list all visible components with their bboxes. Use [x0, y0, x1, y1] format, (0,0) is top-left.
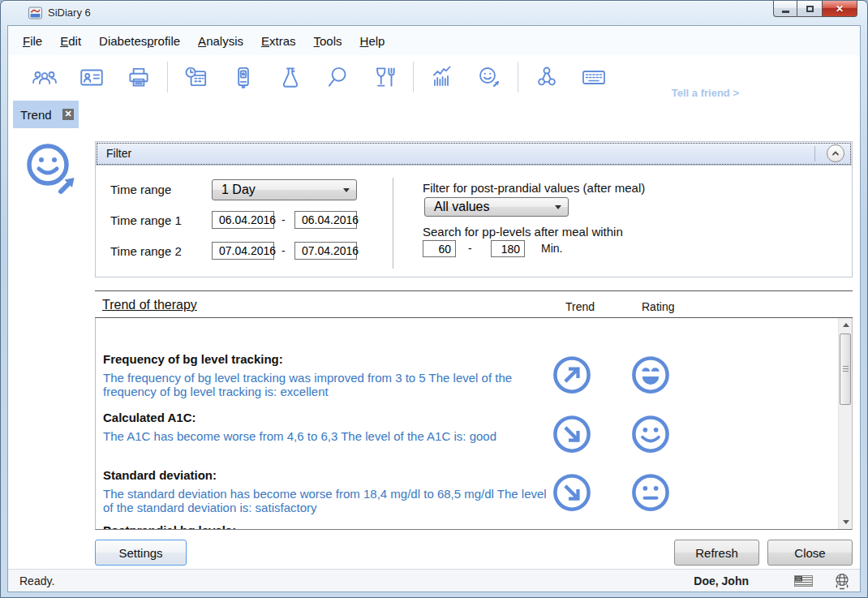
- keyboard-icon[interactable]: [580, 63, 608, 91]
- printer-icon[interactable]: [125, 63, 153, 91]
- entry-description: The standard deviation has become worse …: [103, 487, 548, 514]
- pp-filter-select[interactable]: All values: [424, 197, 569, 217]
- rating-smiley-icon: [630, 414, 671, 454]
- vertical-scrollbar[interactable]: [838, 318, 852, 529]
- toolbar-separator: [167, 62, 168, 92]
- dropdown-arrow-icon: [555, 205, 561, 209]
- nutrition-icon[interactable]: [371, 63, 398, 91]
- trend-header: Trend of therapy Trend Rating: [95, 290, 853, 318]
- tab-close-icon[interactable]: ✕: [62, 109, 74, 120]
- entry-title: Postprandial bg levels:: [103, 523, 557, 530]
- share-icon[interactable]: [533, 63, 561, 91]
- range-dash: -: [281, 244, 286, 257]
- menu-item-edit[interactable]: Edit: [53, 31, 88, 51]
- lab-flask-icon[interactable]: [277, 63, 304, 91]
- status-bar: Ready. Doe, John: [8, 569, 860, 592]
- time-range1-to-input[interactable]: 06.04.2016: [294, 211, 357, 229]
- trend-entry: Calculated A1C: The A1C has become worse…: [103, 411, 557, 443]
- app-window: SiDiary 6 ✕ FileEditDiabetesprofileAnaly…: [0, 0, 868, 598]
- filter-header[interactable]: Filter: [96, 142, 852, 166]
- time-range-value: 1 Day: [221, 183, 256, 197]
- trend-direction-icon: [552, 414, 592, 454]
- us-flag-icon[interactable]: [794, 575, 813, 587]
- tell-a-friend-link[interactable]: Tell a friend >: [672, 87, 739, 99]
- time-range2-to-input[interactable]: 07.04.2016: [294, 242, 357, 260]
- trend-list: Frequency of bg level tracking: The freq…: [95, 318, 853, 530]
- menu-item-analysis[interactable]: Analysis: [191, 31, 251, 51]
- tab-bar: Trend ✕: [8, 99, 860, 128]
- trend-direction-icon: [552, 472, 592, 513]
- trend-entry: Frequency of bg level tracking: The freq…: [103, 352, 557, 398]
- trend-smiley-icon[interactable]: [475, 63, 503, 91]
- filter-title: Filter: [96, 147, 131, 160]
- menu-item-help[interactable]: Help: [353, 31, 393, 51]
- trend-section-title: Trend of therapy: [102, 298, 197, 312]
- pp-unit-label: Min.: [541, 242, 562, 255]
- title-bar[interactable]: SiDiary 6 ✕: [1, 1, 867, 25]
- dropdown-arrow-icon: [343, 188, 350, 192]
- range-dash: -: [281, 213, 286, 226]
- time-range1-from-input[interactable]: 06.04.2016: [212, 211, 274, 229]
- scrollbar-thumb[interactable]: [840, 333, 851, 405]
- trend-entry: Standard deviation: The standard deviati…: [103, 468, 557, 514]
- trend-entry-clipped: Postprandial bg levels:: [103, 523, 557, 530]
- entry-description: The A1C has become worse from 4,6 to 6,3…: [103, 429, 548, 443]
- entry-title: Calculated A1C:: [103, 411, 557, 424]
- status-message: Ready.: [19, 574, 54, 587]
- pp-filter-value: All values: [434, 200, 489, 214]
- toolbar-separator: [413, 62, 414, 92]
- chevron-up-icon: [831, 148, 840, 158]
- current-user: Doe, John: [694, 574, 749, 587]
- main-content: Filter Time range 1 Day Time range 1 06.…: [8, 128, 860, 569]
- menu-bar: FileEditDiabetesprofileAnalysisExtrasToo…: [8, 26, 860, 55]
- meter-icon[interactable]: [230, 63, 257, 91]
- pp-filter-label: Filter for post-prandial values (after m…: [423, 181, 645, 195]
- pp-search-label: Search for pp-levels after meal within: [423, 225, 623, 239]
- search-icon[interactable]: [324, 63, 351, 91]
- time-range1-label: Time range 1: [110, 213, 182, 227]
- pp-from-input[interactable]: 60: [423, 240, 456, 257]
- entry-title: Frequency of bg level tracking:: [103, 352, 557, 366]
- menu-item-file[interactable]: File: [15, 31, 49, 51]
- menu-item-diabetesprofile[interactable]: Diabetesprofile: [92, 31, 187, 51]
- toolbar-separator: [518, 62, 518, 92]
- filter-panel: Filter Time range 1 Day Time range 1 06.…: [95, 141, 853, 277]
- time-range-select[interactable]: 1 Day: [212, 179, 357, 200]
- rating-smiley-icon: [630, 355, 671, 395]
- scroll-up-button[interactable]: [839, 318, 853, 332]
- window-title: SiDiary 6: [48, 6, 91, 19]
- tab-trend[interactable]: Trend ✕: [13, 101, 79, 128]
- tab-label: Trend: [20, 108, 52, 122]
- rating-column-header: Rating: [642, 300, 674, 313]
- pp-to-input[interactable]: 180: [491, 240, 525, 257]
- trend-column-header: Trend: [565, 300, 595, 313]
- settings-button[interactable]: Settings: [95, 540, 187, 566]
- header-separator: [814, 146, 815, 161]
- statistics-icon[interactable]: [428, 63, 456, 91]
- entry-title: Standard deviation:: [103, 468, 557, 482]
- time-range2-from-input[interactable]: 07.04.2016: [212, 242, 274, 260]
- refresh-button[interactable]: Refresh: [674, 540, 759, 566]
- menu-item-tools[interactable]: Tools: [307, 31, 350, 51]
- entry-description: The frequency of bg level tracking was i…: [103, 371, 548, 398]
- maximize-button[interactable]: [797, 1, 822, 17]
- menu-item-extras[interactable]: Extras: [254, 31, 303, 51]
- filter-divider: [393, 178, 393, 269]
- trend-page-icon: [23, 140, 84, 201]
- scroll-down-button[interactable]: [839, 515, 853, 529]
- app-logo-icon: [28, 6, 42, 19]
- trend-of-therapy-panel: Trend of therapy Trend Rating Frequency …: [95, 290, 853, 531]
- close-button[interactable]: Close: [767, 540, 853, 566]
- globe-icon[interactable]: [834, 573, 850, 590]
- close-window-button[interactable]: ✕: [822, 1, 857, 17]
- diary-clock-icon[interactable]: [183, 63, 210, 91]
- toolbar: Tell a friend >: [8, 55, 860, 99]
- minimize-button[interactable]: [773, 1, 797, 17]
- users-icon[interactable]: [31, 63, 58, 91]
- id-card-icon[interactable]: [78, 63, 105, 91]
- trend-direction-icon: [552, 355, 592, 395]
- range-dash: -: [468, 242, 472, 255]
- collapse-filter-button[interactable]: [827, 144, 844, 162]
- time-range-label: Time range: [110, 183, 171, 196]
- time-range2-label: Time range 2: [110, 244, 182, 258]
